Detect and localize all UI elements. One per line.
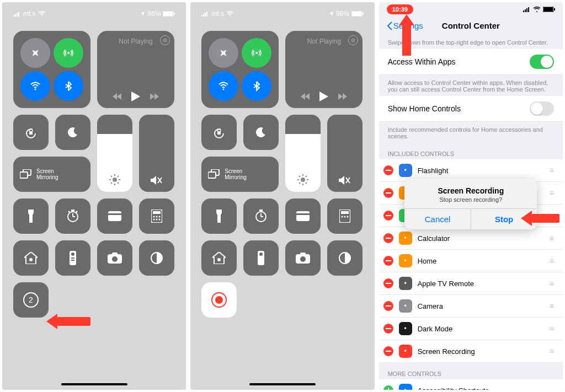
airplane-button[interactable]	[20, 38, 50, 68]
timer-button[interactable]	[243, 198, 279, 234]
flashlight-button[interactable]	[201, 198, 237, 234]
camera-button[interactable]	[285, 240, 321, 276]
app-icon: •	[399, 299, 412, 313]
wifi-button[interactable]	[20, 71, 50, 101]
dnd-button[interactable]	[243, 115, 279, 150]
remove-icon[interactable]	[383, 233, 393, 243]
more-header: MORE CONTROLS	[379, 363, 563, 379]
recording-time-pill[interactable]: 10:39	[387, 4, 413, 14]
drag-handle-icon[interactable]: ≡	[550, 279, 554, 288]
control-row[interactable]: •Apple TV Remote≡	[379, 272, 563, 295]
airplay-icon[interactable]	[160, 35, 170, 45]
remove-icon[interactable]	[383, 324, 393, 334]
control-row[interactable]: •Calculator≡	[379, 227, 563, 250]
flashlight-button[interactable]	[13, 198, 49, 234]
remove-icon[interactable]	[383, 278, 393, 288]
control-row[interactable]: •Screen Recording≡	[379, 340, 563, 363]
music-tile[interactable]: Not Playing	[97, 31, 174, 108]
screen-mirroring-button[interactable]: Screen Mirroring	[13, 157, 90, 192]
control-row[interactable]: •Accessibility Shortcuts	[379, 379, 563, 390]
drag-handle-icon[interactable]: ≡	[550, 189, 554, 197]
camera-button[interactable]	[97, 240, 132, 276]
svg-rect-46	[71, 257, 74, 259]
screen-record-countdown-button[interactable]: 2	[13, 282, 49, 318]
brightness-slider[interactable]	[97, 115, 132, 192]
svg-point-92	[259, 253, 263, 256]
screen-record-active-button[interactable]	[201, 282, 237, 318]
next-icon[interactable]	[338, 93, 347, 100]
airplane-button[interactable]	[209, 38, 238, 68]
modal-message: Stop screen recording?	[411, 196, 530, 203]
svg-line-73	[299, 176, 300, 177]
svg-rect-53	[203, 14, 204, 17]
control-row[interactable]: •Home≡	[379, 250, 563, 272]
cellular-button[interactable]	[242, 38, 271, 68]
drag-handle-icon[interactable]: ≡	[550, 256, 554, 265]
remove-icon[interactable]	[383, 301, 393, 311]
drag-handle-icon[interactable]: ≡	[550, 166, 554, 175]
bluetooth-button[interactable]	[242, 71, 271, 101]
orientation-lock-button[interactable]	[201, 115, 237, 150]
volume-slider[interactable]	[327, 115, 363, 192]
tv-remote-button[interactable]	[55, 240, 90, 276]
screen-mirroring-button[interactable]: Screen Mirroring	[201, 157, 279, 192]
home-indicator[interactable]	[249, 383, 316, 385]
signal-icon	[201, 11, 209, 17]
home-indicator[interactable]	[61, 383, 127, 385]
timer-button[interactable]	[55, 198, 90, 234]
remove-icon[interactable]	[383, 165, 393, 175]
orientation-lock-button[interactable]	[13, 115, 49, 150]
next-icon[interactable]	[150, 93, 159, 100]
cancel-button[interactable]: Cancel	[404, 209, 471, 229]
show-home-row[interactable]: Show Home Controls	[379, 96, 563, 122]
play-icon[interactable]	[319, 92, 328, 101]
control-row[interactable]: •Camera≡	[379, 295, 563, 318]
control-row[interactable]: •Dark Mode≡	[379, 318, 563, 340]
svg-rect-59	[363, 13, 364, 15]
svg-point-42	[159, 219, 161, 221]
control-label: Home	[418, 257, 437, 265]
volume-slider[interactable]	[139, 115, 174, 192]
access-toggle[interactable]	[530, 55, 554, 69]
wifi-button[interactable]	[209, 71, 238, 101]
home-button[interactable]	[13, 240, 49, 276]
calculator-button[interactable]	[327, 198, 363, 234]
home-toggle[interactable]	[530, 101, 554, 116]
app-icon: •	[399, 164, 412, 177]
airplay-icon[interactable]	[348, 35, 358, 45]
svg-point-40	[153, 219, 155, 221]
remove-icon[interactable]	[383, 188, 393, 198]
drag-handle-icon[interactable]: ≡	[550, 324, 554, 333]
prev-icon[interactable]	[113, 93, 121, 100]
svg-point-38	[156, 216, 158, 218]
carrier-label: mt:s	[211, 10, 224, 18]
home-button[interactable]	[201, 240, 237, 276]
bluetooth-button[interactable]	[54, 71, 83, 101]
drag-handle-icon[interactable]: ≡	[550, 347, 554, 356]
remove-icon[interactable]	[383, 211, 393, 221]
svg-rect-15	[20, 172, 28, 178]
remove-icon[interactable]	[383, 256, 393, 266]
dnd-button[interactable]	[55, 115, 90, 150]
dark-mode-button[interactable]	[327, 240, 363, 276]
signal-icon	[13, 11, 21, 17]
dark-mode-button[interactable]	[139, 240, 174, 276]
drag-handle-icon[interactable]: ≡	[550, 302, 554, 310]
brightness-slider[interactable]	[285, 115, 321, 192]
svg-point-87	[342, 216, 343, 218]
play-icon[interactable]	[131, 92, 140, 101]
music-tile[interactable]: Not Playing	[285, 31, 363, 108]
wallet-button[interactable]	[97, 198, 132, 234]
connectivity-tile[interactable]	[201, 31, 279, 108]
drag-handle-icon[interactable]: ≡	[550, 234, 554, 243]
svg-point-88	[344, 216, 346, 218]
prev-icon[interactable]	[301, 93, 310, 100]
tv-remote-button[interactable]	[243, 240, 279, 276]
remove-icon[interactable]	[383, 346, 393, 356]
cellular-button[interactable]	[54, 38, 83, 68]
add-icon[interactable]	[383, 385, 393, 390]
wallet-button[interactable]	[285, 198, 321, 234]
carrier-label: mt:s	[23, 10, 36, 18]
connectivity-tile[interactable]	[13, 31, 90, 108]
calculator-button[interactable]	[139, 198, 174, 234]
